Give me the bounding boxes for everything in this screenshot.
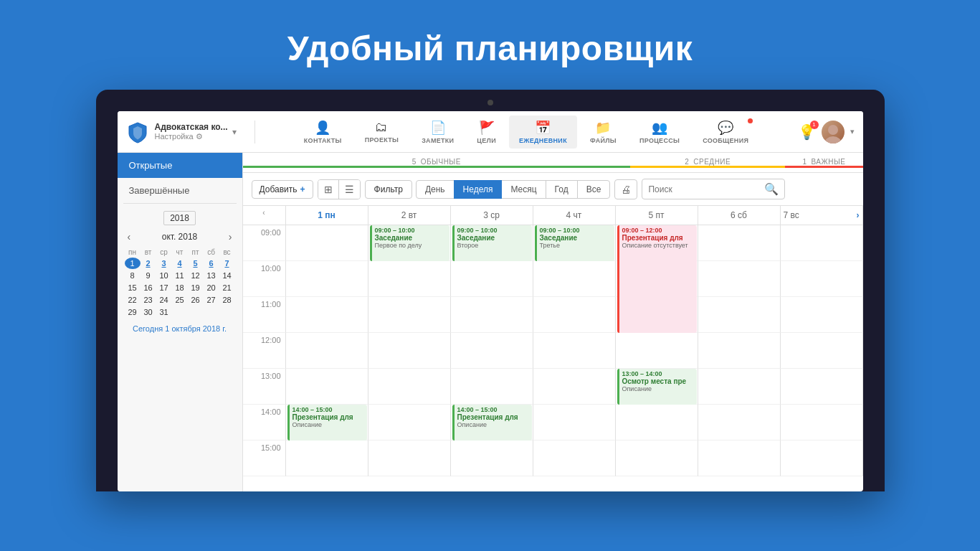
nav-item-projects[interactable]: 🗂 ПРОЕКТЫ	[355, 116, 409, 148]
cal-day-24[interactable]: 24	[156, 294, 172, 306]
nav-item-notes[interactable]: 📄 ЗАМЕТКИ	[411, 116, 464, 149]
day-col-3-slot-5[interactable]	[451, 405, 533, 441]
add-button[interactable]: Добавить +	[252, 180, 313, 199]
cal-day-18[interactable]: 18	[172, 282, 188, 293]
cal-day-6[interactable]: 6	[204, 258, 219, 269]
day-col-6-slot-4[interactable]	[698, 369, 781, 405]
day-col-7-slot-6[interactable]	[781, 441, 863, 476]
cal-day-9[interactable]: 9	[141, 270, 156, 281]
cal-day-26[interactable]: 26	[188, 294, 204, 306]
day-col-5-slot-5[interactable]	[616, 405, 698, 441]
day-col-7-slot-5[interactable]	[781, 405, 863, 441]
event-e4[interactable]: 09:00 – 12:00 Презентация для Описание о…	[617, 225, 697, 333]
cal-day-22[interactable]: 22	[125, 294, 141, 306]
cal-day-4[interactable]: 4	[172, 258, 188, 269]
cal-day-7[interactable]: 7	[219, 258, 235, 269]
cal-day-20[interactable]: 20	[204, 282, 219, 293]
nav-item-processes[interactable]: 👥 ПРОЦЕССЫ	[629, 116, 690, 149]
sidebar-completed[interactable]: Завершённые	[118, 178, 242, 203]
period-day-btn[interactable]: День	[416, 180, 455, 199]
cal-day-14[interactable]: 14	[219, 270, 235, 281]
cal-next-btn[interactable]: ›	[226, 230, 235, 244]
brand-settings[interactable]: Настройка ⚙	[155, 132, 228, 141]
cal-day-25[interactable]: 25	[172, 294, 188, 306]
day-col-5-slot-6[interactable]	[616, 441, 698, 476]
day-col-7-slot-3[interactable]	[781, 333, 863, 369]
day-col-2-slot-1[interactable]	[368, 261, 451, 297]
day-col-1-slot-0[interactable]	[286, 225, 368, 261]
user-dropdown-icon[interactable]: ▾	[850, 127, 855, 136]
day-col-3-slot-3[interactable]	[451, 333, 533, 369]
day-col-7-slot-0[interactable]	[781, 225, 863, 261]
day-col-1-slot-1[interactable]	[286, 261, 368, 297]
day-col-6-slot-3[interactable]	[698, 333, 781, 369]
day-col-6-slot-2[interactable]	[698, 297, 781, 333]
cal-day-29[interactable]: 29	[125, 306, 141, 318]
day-col-3-slot-4[interactable]	[451, 369, 533, 405]
cal-day-10[interactable]: 10	[156, 270, 172, 281]
grid-view-btn[interactable]: ⊞	[318, 180, 339, 199]
day-col-7-slot-1[interactable]	[781, 261, 863, 297]
nav-next-week[interactable]: ›	[857, 210, 860, 220]
day-col-4-slot-4[interactable]	[533, 369, 616, 405]
sidebar-open[interactable]: Открытые	[118, 153, 242, 178]
brand-dropdown-icon[interactable]: ▾	[232, 127, 237, 137]
cal-day-13[interactable]: 13	[204, 270, 219, 281]
day-col-4-slot-1[interactable]	[533, 261, 616, 297]
day-col-5-slot-4[interactable]	[616, 369, 698, 405]
day-col-6-slot-1[interactable]	[698, 261, 781, 297]
day-col-3-slot-2[interactable]	[451, 297, 533, 333]
nav-item-contacts[interactable]: 👤 КОНТАКТЫ	[294, 116, 352, 149]
cal-day-8[interactable]: 8	[125, 270, 141, 281]
nav-item-files[interactable]: 📁 ФАЙЛЫ	[580, 116, 627, 149]
cal-day-2[interactable]: 2	[141, 258, 156, 269]
day-col-1-slot-2[interactable]	[286, 297, 368, 333]
period-month-btn[interactable]: Месяц	[501, 180, 546, 199]
print-button[interactable]: 🖨	[614, 179, 637, 199]
event-e3[interactable]: 09:00 – 10:00 Заседание Третье	[535, 225, 614, 261]
cal-day-19[interactable]: 19	[188, 282, 204, 293]
cal-day-27[interactable]: 27	[204, 294, 219, 306]
cal-prev-btn[interactable]: ‹	[125, 230, 134, 244]
day-col-4-slot-5[interactable]	[533, 405, 616, 441]
day-col-3-slot-6[interactable]	[451, 441, 533, 476]
cal-day-28[interactable]: 28	[219, 294, 235, 306]
period-week-btn[interactable]: Неделя	[454, 180, 503, 199]
search-box[interactable]: 🔍	[642, 179, 785, 199]
day-col-4-slot-2[interactable]	[533, 297, 616, 333]
nav-item-calendar[interactable]: 📅 ЕЖЕДНЕВНИК	[509, 116, 577, 149]
cal-day-3[interactable]: 3	[156, 258, 172, 269]
day-col-7-slot-2[interactable]	[781, 297, 863, 333]
notification-bell[interactable]: 💡 1	[798, 123, 816, 141]
cal-day-5[interactable]: 5	[188, 258, 204, 269]
day-col-2-slot-6[interactable]	[368, 441, 451, 476]
day-col-2-slot-4[interactable]	[368, 369, 451, 405]
cal-day-21[interactable]: 21	[219, 282, 235, 293]
nav-item-goals[interactable]: 🚩 ЦЕЛИ	[467, 116, 506, 149]
day-col-5-slot-3[interactable]	[616, 333, 698, 369]
day-col-2-slot-3[interactable]	[368, 333, 451, 369]
cal-day-16[interactable]: 16	[141, 282, 156, 293]
day-col-3-slot-1[interactable]	[451, 261, 533, 297]
day-col-2-slot-5[interactable]	[368, 405, 451, 441]
list-view-btn[interactable]: ☰	[339, 180, 360, 199]
day-col-6-slot-6[interactable]	[698, 441, 781, 476]
day-col-4-slot-6[interactable]	[533, 441, 616, 476]
day-col-2-slot-2[interactable]	[368, 297, 451, 333]
filter-button[interactable]: Фильтр	[365, 180, 412, 199]
event-e6[interactable]: 14:00 – 15:00 Презентация для Описание	[287, 405, 367, 441]
cal-day-30[interactable]: 30	[141, 306, 156, 318]
period-all-btn[interactable]: Все	[577, 180, 611, 199]
nav-item-messages[interactable]: 💬 СООБЩЕНИЯ	[693, 116, 758, 149]
day-col-6-slot-5[interactable]	[698, 405, 781, 441]
event-e2[interactable]: 09:00 – 10:00 Заседание Второе	[452, 225, 532, 261]
cal-day-1[interactable]: 1	[125, 258, 141, 269]
event-e1[interactable]: 09:00 – 10:00 Заседание Первое по делу	[370, 225, 449, 261]
cal-day-12[interactable]: 12	[188, 270, 204, 281]
period-year-btn[interactable]: Год	[546, 180, 578, 199]
day-col-1-slot-4[interactable]	[286, 369, 368, 405]
cal-day-23[interactable]: 23	[141, 294, 156, 306]
cal-day-31[interactable]: 31	[156, 306, 172, 318]
brand-area[interactable]: Адвокатская ко... Настройка ⚙ ▾	[126, 121, 255, 143]
day-col-4-slot-3[interactable]	[533, 333, 616, 369]
